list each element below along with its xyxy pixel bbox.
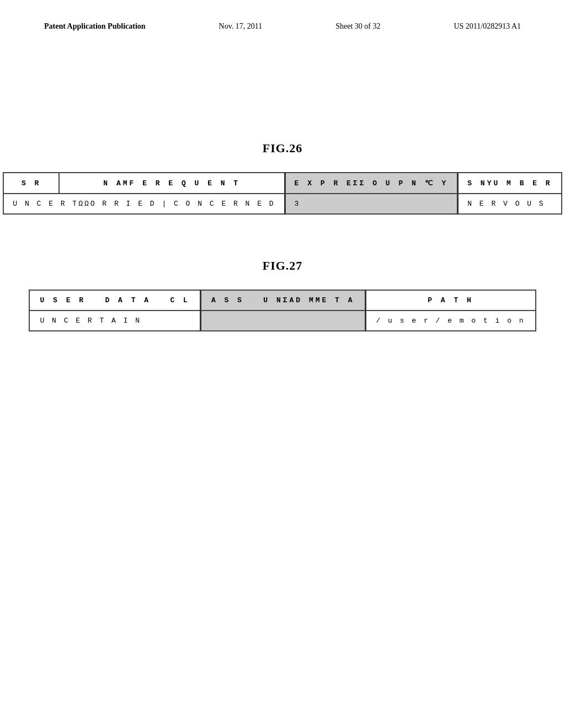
cell-path-middle: [200, 311, 365, 331]
cell-nervous: N E R V O U S: [458, 194, 562, 214]
fig26-section: FIG.26 S R N AΜF E R E Q U E N T E X P R…: [44, 141, 521, 215]
col-number: S NΥU M B E R: [458, 173, 562, 194]
page-container: Patent Application Publication Nov. 17, …: [0, 0, 565, 728]
table-header-row: U S E R D A T A C L A S S U NΣAD MΜE T A…: [29, 290, 535, 311]
cell-path: / u s e r / e m o t i o n: [365, 311, 536, 331]
cell-uncert-worried: U N C E R TΩΩO R R I E D | C O N C E R N…: [3, 194, 285, 214]
fig26-table: S R N AΜF E R E Q U E N T E X P R EΣΣ O …: [3, 172, 562, 215]
col-userdata-class: U S E R D A T A C L: [29, 290, 200, 311]
cell-uncertain: U N C E R T A I N: [29, 311, 200, 331]
page-header: Patent Application Publication Nov. 17, …: [44, 22, 521, 31]
cell-number3: 3: [285, 194, 458, 214]
col-name: N AΜF E R E Q U E N T: [59, 173, 285, 194]
publication-label: Patent Application Publication: [44, 22, 146, 31]
fig27-section: FIG.27 U S E R D A T A C L A S S U NΣAD …: [44, 259, 521, 331]
fig27-label: FIG.27: [263, 259, 303, 273]
sheet-label: Sheet 30 of 32: [335, 22, 380, 31]
col-ass: A S S U NΣAD MΜE T A: [200, 290, 365, 311]
patent-number-label: US 2011/0282913 A1: [454, 22, 521, 31]
col-expression: E X P R EΣΣ O U Ρ N ℃ Y: [285, 173, 458, 194]
col-sr: S R: [3, 173, 59, 194]
col-path: P A T H: [365, 290, 536, 311]
table-row: U N C E R T A I N / u s e r / e m o t i …: [29, 311, 535, 331]
date-label: Nov. 17, 2011: [219, 22, 263, 31]
table-header-row: S R N AΜF E R E Q U E N T E X P R EΣΣ O …: [3, 173, 561, 194]
fig27-table: U S E R D A T A C L A S S U NΣAD MΜE T A…: [29, 290, 536, 331]
table-row: U N C E R TΩΩO R R I E D | C O N C E R N…: [3, 194, 561, 214]
fig26-label: FIG.26: [263, 141, 303, 156]
